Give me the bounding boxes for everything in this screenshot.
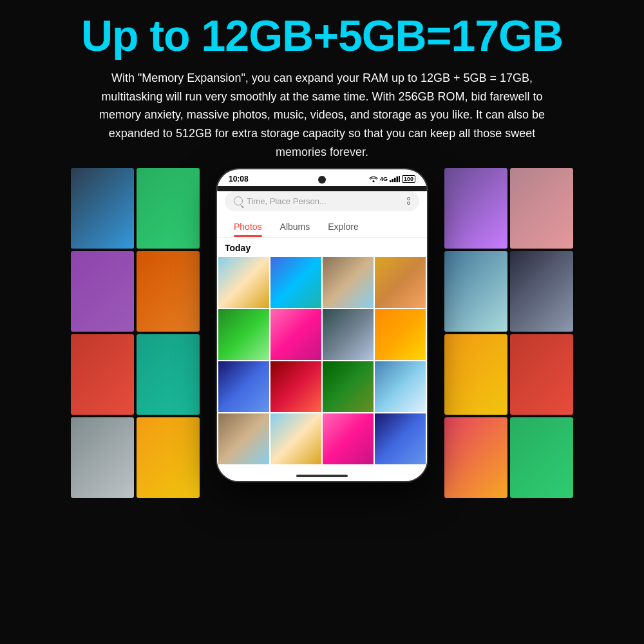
phone-photo-11[interactable] — [323, 361, 374, 412]
bottom-bar — [217, 466, 427, 481]
status-icons: 4G 100 — [369, 175, 415, 183]
right-photo-6 — [510, 334, 573, 415]
phone-screen: Time, Place Person... Photos Albums Expl… — [217, 191, 427, 481]
svg-rect-4 — [396, 176, 398, 182]
svg-rect-5 — [399, 176, 400, 182]
signal-icon — [390, 176, 400, 182]
side-photo-1 — [71, 168, 134, 249]
dot-bottom — [407, 202, 410, 205]
search-placeholder: Time, Place Person... — [247, 196, 327, 206]
side-photo-6 — [137, 334, 200, 415]
phone-photo-10[interactable] — [270, 361, 321, 412]
side-photo-4 — [137, 251, 200, 332]
page-wrapper: Up to 12GB+5GB=17GB With "Memory Expansi… — [0, 0, 644, 644]
status-time: 10:08 — [229, 175, 249, 184]
side-photo-5 — [71, 334, 134, 415]
right-photo-grid — [444, 168, 573, 503]
content-area: 10:08 4G — [0, 168, 644, 644]
headline: Up to 12GB+5GB=17GB — [81, 12, 563, 60]
right-photo-5 — [444, 334, 507, 415]
phone-photo-1[interactable] — [218, 257, 269, 308]
phone-body: 10:08 4G — [216, 168, 428, 482]
svg-point-0 — [372, 180, 374, 182]
dot-top — [407, 197, 410, 200]
phone-photo-12[interactable] — [375, 361, 426, 412]
side-photo-3 — [71, 251, 134, 332]
phone-photo-2[interactable] — [270, 257, 321, 308]
phone-photo-3[interactable] — [323, 257, 374, 308]
phone-wrapper: 10:08 4G — [200, 168, 444, 482]
search-bar[interactable]: Time, Place Person... — [225, 191, 419, 211]
tab-bar: Photos Albums Explore — [217, 216, 427, 238]
wifi-icon — [369, 176, 378, 182]
svg-rect-3 — [394, 178, 396, 182]
left-photo-grid — [71, 168, 200, 503]
right-photo-7 — [444, 417, 507, 498]
camera-notch — [318, 176, 326, 184]
search-options[interactable] — [407, 197, 410, 205]
phone-photo-4[interactable] — [375, 257, 426, 308]
description: With "Memory Expansion", you can expand … — [77, 69, 567, 162]
right-photo-8 — [510, 417, 573, 498]
today-label: Today — [217, 238, 427, 256]
phone-photo-15[interactable] — [323, 413, 374, 464]
tab-explore[interactable]: Explore — [319, 216, 367, 237]
right-photo-1 — [444, 168, 507, 249]
phone-photo-9[interactable] — [218, 361, 269, 412]
phone-photo-6[interactable] — [270, 309, 321, 360]
phone-photo-14[interactable] — [270, 413, 321, 464]
side-photo-2 — [137, 168, 200, 249]
right-photo-4 — [510, 251, 573, 332]
right-photo-3 — [444, 251, 507, 332]
side-photo-7 — [71, 417, 134, 498]
phone-photo-16[interactable] — [375, 413, 426, 464]
search-icon — [234, 196, 243, 205]
phone-photo-5[interactable] — [218, 309, 269, 360]
phone-photo-8[interactable] — [375, 309, 426, 360]
phone-photo-7[interactable] — [323, 309, 374, 360]
phone-photo-grid — [217, 256, 427, 466]
tab-photos[interactable]: Photos — [225, 216, 271, 237]
svg-rect-1 — [390, 180, 392, 182]
tab-albums[interactable]: Albums — [271, 216, 319, 237]
side-photo-8 — [137, 417, 200, 498]
phone-photo-13[interactable] — [218, 413, 269, 464]
svg-rect-2 — [392, 179, 393, 182]
right-photo-2 — [510, 168, 573, 249]
home-indicator — [296, 475, 348, 477]
